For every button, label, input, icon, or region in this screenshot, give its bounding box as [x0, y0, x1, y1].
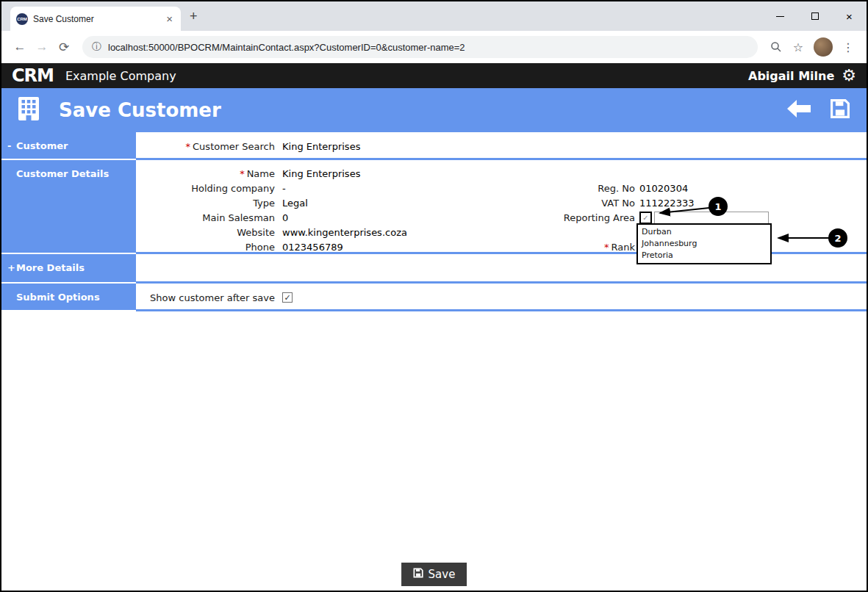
dropdown-option-pretoria[interactable]: Pretoria [638, 250, 770, 261]
window-close-button[interactable]: × [832, 1, 867, 31]
dropdown-option-johannesburg[interactable]: Johannesburg [638, 238, 770, 250]
maximize-icon [811, 12, 819, 20]
url-bar[interactable]: ⓘ localhost:50000/BPOCRM/MaintainContact… [82, 36, 758, 58]
sidebar-section-more-details[interactable]: +More Details [1, 254, 136, 284]
reload-icon[interactable]: ⟳ [53, 36, 75, 58]
customer-details-fields: *Name King Enterprises Holding company -… [136, 160, 867, 254]
save-icon [413, 568, 423, 581]
browser-toolbar: ← → ⟳ ⓘ localhost:50000/BPOCRM/MaintainC… [1, 31, 867, 63]
expand-toggle[interactable]: + [7, 262, 16, 273]
url-text: localhost:50000/BPOCRM/MaintainContact.a… [108, 42, 465, 53]
app-header: CRM Example Company Abigail Milne ⚙ [1, 63, 867, 88]
reporting-area-dropdown: Durban Johannesburg Pretoria [636, 223, 772, 264]
browser-tab[interactable]: CRM Save Customer × [10, 7, 181, 31]
customer-search-label: *Customer Search [136, 141, 275, 152]
section-customer-details: Customer Details *Name King Enterprises … [1, 160, 867, 254]
section-customer: -Customer *Customer Search King Enterpri… [1, 132, 867, 160]
customer-fields: *Customer Search King Enterprises [136, 132, 867, 160]
annotation-1: 1 [709, 197, 728, 216]
browser-window: CRM Save Customer × + × ← → ⟳ ⓘ localhos… [0, 0, 868, 592]
name-field: *Name King Enterprises [136, 166, 867, 181]
save-button-header[interactable] [830, 98, 850, 122]
page-info-icon[interactable]: ⓘ [92, 40, 101, 54]
type-value[interactable]: Legal [282, 198, 308, 209]
required-marker: * [186, 141, 191, 152]
sidebar-section-customer-details: Customer Details [1, 160, 136, 254]
forward-nav-icon[interactable]: → [31, 36, 53, 58]
website-value[interactable]: www.kingenterprises.coza [282, 227, 407, 238]
reg-no-value[interactable]: 01020304 [639, 183, 688, 194]
new-tab-button[interactable]: + [190, 9, 198, 24]
vat-no-field: VAT No 111222333 [472, 195, 694, 210]
tab-strip: CRM Save Customer × + × [1, 1, 867, 31]
crm-logo: CRM [12, 67, 54, 84]
vat-no-value[interactable]: 111222333 [639, 198, 694, 209]
window-controls: × [763, 1, 867, 31]
submit-options-fields: Show customer after save ✓ [136, 284, 867, 311]
window-maximize-button[interactable] [797, 1, 832, 31]
company-name: Example Company [65, 69, 176, 83]
check-icon: ✓ [642, 214, 648, 222]
form-body: -Customer *Customer Search King Enterpri… [1, 132, 867, 591]
save-button[interactable]: Save [401, 563, 467, 586]
main-salesman-value[interactable]: 0 [282, 212, 288, 223]
zoom-icon[interactable] [765, 36, 787, 58]
annotation-2: 2 [828, 228, 847, 248]
customer-search-field: *Customer Search King Enterprises [136, 139, 867, 154]
show-customer-checkbox[interactable]: ✓ [282, 292, 293, 303]
save-button-label: Save [428, 568, 456, 581]
customer-search-value[interactable]: King Enterprises [282, 141, 360, 152]
tab-close-icon[interactable]: × [164, 12, 175, 25]
crm-favicon: CRM [16, 13, 28, 25]
check-icon: ✓ [284, 293, 290, 303]
minimize-icon [776, 16, 784, 17]
window-minimize-button[interactable] [763, 1, 797, 31]
back-nav-icon[interactable]: ← [9, 36, 31, 58]
collapse-toggle[interactable]: - [7, 140, 16, 151]
show-after-save-field: Show customer after save ✓ [136, 290, 867, 305]
sidebar-section-customer[interactable]: -Customer [1, 132, 136, 160]
building-icon [18, 96, 40, 124]
required-marker: * [240, 168, 245, 179]
bookmark-star-icon[interactable]: ☆ [787, 36, 809, 58]
holding-company-value[interactable]: - [282, 183, 286, 194]
rank-field: *Rank [472, 239, 635, 254]
page-title: Save Customer [59, 99, 221, 121]
reg-no-field: Reg. No 01020304 [472, 181, 688, 195]
back-button[interactable] [786, 99, 812, 121]
section-submit-options: Submit Options Show customer after save … [1, 284, 867, 311]
name-value[interactable]: King Enterprises [282, 168, 360, 179]
menu-dots-icon[interactable]: ⋮ [837, 36, 859, 58]
user-name: Abigail Milne [748, 69, 834, 83]
sidebar-section-submit-options: Submit Options [1, 284, 136, 311]
phone-value[interactable]: 0123456789 [282, 242, 343, 253]
profile-avatar[interactable] [814, 37, 833, 57]
reporting-area-toggle[interactable]: ✓ [639, 212, 652, 224]
page-header: Save Customer [1, 88, 867, 132]
tab-title: Save Customer [33, 14, 159, 24]
settings-gear-icon[interactable]: ⚙ [842, 68, 856, 84]
dropdown-option-durban[interactable]: Durban [638, 226, 770, 238]
required-marker: * [604, 242, 609, 253]
